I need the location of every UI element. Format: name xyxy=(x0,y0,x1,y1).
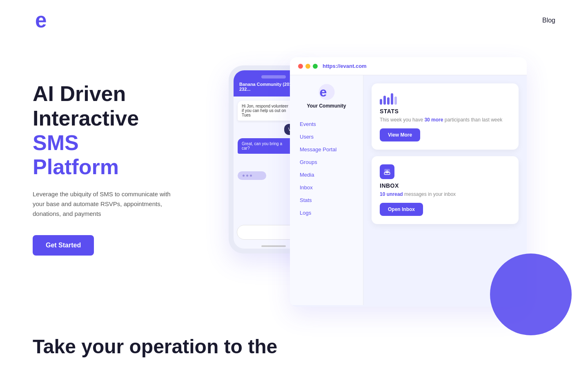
sidebar-item-media[interactable]: Media xyxy=(296,169,356,180)
browser-mockup: https://evant.com e Your Community Event… xyxy=(290,57,527,307)
navbar: e Blog xyxy=(0,0,588,41)
view-more-button[interactable]: View More xyxy=(380,128,420,141)
stats-card-title: STATS xyxy=(380,108,510,114)
sidebar-item-groups[interactable]: Groups xyxy=(296,157,356,168)
bar-1 xyxy=(380,99,382,105)
browser-content: e Your Community Events Users Message Po… xyxy=(290,75,527,305)
chat-typing-indicator xyxy=(238,171,266,180)
hero-title-line3: SMS xyxy=(33,131,212,155)
hero-title-line1: AI Driven xyxy=(33,82,212,106)
browser-url-suffix: .com xyxy=(354,63,366,69)
browser-close-dot xyxy=(298,64,303,69)
sidebar-item-events[interactable]: Events xyxy=(296,119,356,130)
browser-url-prefix: https:// xyxy=(323,63,340,69)
sidebar-community-name: Your Community xyxy=(307,103,346,109)
typing-dot-2 xyxy=(246,175,248,177)
logo-icon: e xyxy=(33,8,57,33)
stats-card: STATS This week you have 30 more partici… xyxy=(372,83,519,150)
bottom-section: Take your operation to the xyxy=(0,319,588,366)
inbox-highlight: 10 unread xyxy=(380,191,403,197)
hero-section: AI Driven Interactive SMS Platform Lever… xyxy=(0,41,588,319)
logo[interactable]: e xyxy=(33,8,57,33)
svg-text:e: e xyxy=(35,9,47,32)
stats-desc-suffix: participants than last week xyxy=(443,117,502,123)
browser-window-controls xyxy=(298,64,318,69)
sidebar-logo-wrap: e Your Community xyxy=(296,83,356,109)
stats-card-desc: This week you have 30 more participants … xyxy=(380,116,510,123)
typing-dot-1 xyxy=(243,175,245,177)
hero-text: AI Driven Interactive SMS Platform Lever… xyxy=(33,57,212,256)
decorative-circle xyxy=(490,254,572,335)
typing-dot-3 xyxy=(250,175,252,177)
nav-blog-link[interactable]: Blog xyxy=(542,17,555,24)
phone-home-bar xyxy=(261,245,286,247)
hero-visuals: Banana Community (201 - 3432- 232... Hi … xyxy=(212,57,555,311)
inbox-card: INBOX 10 unread messages in your inbox O… xyxy=(372,156,519,224)
hero-title-line2: Interactive xyxy=(33,106,212,131)
browser-url-bar[interactable]: https://evant.com xyxy=(323,63,519,69)
inbox-icon xyxy=(380,164,394,179)
sidebar-item-users[interactable]: Users xyxy=(296,131,356,142)
inbox-card-title: INBOX xyxy=(380,182,510,189)
sidebar-item-message-portal[interactable]: Message Portal xyxy=(296,144,356,155)
stats-icon xyxy=(380,92,510,105)
open-inbox-button[interactable]: Open Inbox xyxy=(380,203,423,216)
browser-url-domain: evant xyxy=(340,63,354,69)
inbox-desc-suffix: messages in your inbox xyxy=(403,191,456,197)
stats-highlight: 30 more xyxy=(424,117,443,123)
get-started-button[interactable]: Get Started xyxy=(33,235,94,256)
sidebar-logo-icon: e xyxy=(318,83,335,101)
sidebar-item-logs[interactable]: Logs xyxy=(296,207,356,218)
sidebar-item-stats[interactable]: Stats xyxy=(296,195,356,206)
bar-3 xyxy=(387,97,390,105)
browser-maximize-dot xyxy=(313,64,318,69)
browser-minimize-dot xyxy=(305,64,310,69)
inbox-arrow-icon xyxy=(383,168,391,175)
sidebar-panel: e Your Community Events Users Message Po… xyxy=(290,75,363,305)
bar-5 xyxy=(394,96,397,105)
sidebar-item-inbox[interactable]: Inbox xyxy=(296,182,356,193)
hero-subtitle: Leverage the ubiquity of SMS to communic… xyxy=(33,189,172,219)
bar-2 xyxy=(383,96,386,105)
chat-bubble-incoming-2: Great, can you bring a car? xyxy=(238,138,295,154)
bottom-heading: Take your operation to the xyxy=(33,335,555,358)
phone-notch xyxy=(261,75,286,79)
stats-desc-prefix: This week you have xyxy=(380,117,424,123)
svg-text:e: e xyxy=(319,85,327,99)
hero-title-line4: Platform xyxy=(33,155,212,180)
chat-bubble-incoming-1: Hi Jon, respond volunteer if you can hel… xyxy=(238,101,295,121)
browser-bar: https://evant.com xyxy=(290,57,527,75)
bar-4 xyxy=(391,93,393,105)
inbox-card-desc: 10 unread messages in your inbox xyxy=(380,191,510,198)
